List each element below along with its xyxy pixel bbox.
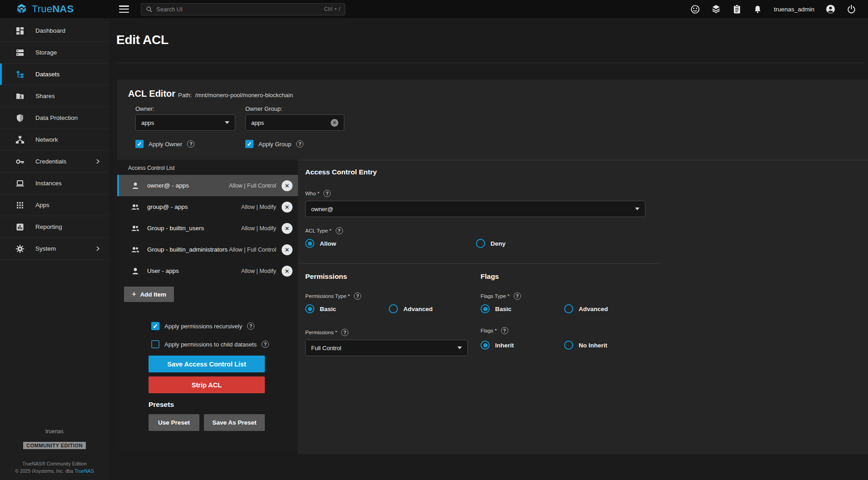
remove-ace-icon[interactable]: ×	[282, 223, 293, 234]
notifications-bell-icon[interactable]	[753, 5, 763, 14]
save-acl-button[interactable]: Save Access Control List	[149, 356, 265, 372]
brand-text: TrueNAS	[32, 3, 74, 15]
sidebar-item-storage[interactable]: Storage	[0, 42, 109, 64]
ace-summary: Allow | Full Control	[229, 183, 276, 189]
radio-label: Deny	[491, 240, 506, 247]
acl-list-item[interactable]: Group - builtin_administrators Allow | F…	[117, 239, 298, 260]
owner-label: Owner:	[135, 105, 154, 112]
permissions-type-advanced-radio[interactable]: Advanced	[389, 304, 433, 313]
acl-type-label-row: ACL Type * ?	[305, 227, 343, 234]
permissions-select[interactable]: Full Control	[305, 340, 468, 356]
owner-group-input[interactable]: apps ×	[245, 114, 344, 131]
apply-recursive-checkbox[interactable]: ✓	[151, 322, 159, 330]
path-value: /mnt/monero-pool/monero-blockchain	[195, 92, 293, 99]
add-item-button[interactable]: + Add Item	[124, 287, 174, 302]
jobs-stack-icon[interactable]	[711, 5, 721, 14]
sidebar-item-label: Instances	[35, 180, 62, 187]
use-preset-button[interactable]: Use Preset	[149, 414, 199, 431]
radio-label: Advanced	[403, 306, 433, 312]
remove-ace-icon[interactable]: ×	[282, 244, 293, 255]
remove-ace-icon[interactable]: ×	[282, 266, 293, 277]
strip-acl-button[interactable]: Strip ACL	[149, 376, 265, 393]
sidebar-item-instances[interactable]: Instances	[0, 173, 109, 194]
who-select[interactable]: owner@	[305, 201, 645, 217]
plus-icon: +	[132, 290, 137, 299]
key-icon	[15, 157, 25, 166]
sidebar-item-data-protection[interactable]: Data Protection	[0, 107, 109, 129]
person-icon	[131, 181, 140, 190]
flags-inherit-radio[interactable]: Inherit	[481, 341, 514, 350]
sidebar-item-shares[interactable]: Shares	[0, 85, 109, 107]
help-icon[interactable]: ?	[187, 140, 194, 148]
acl-type-deny-radio[interactable]: Deny	[476, 239, 506, 248]
sidebar-item-label: Credentials	[35, 158, 66, 165]
flags-type-basic-radio[interactable]: Basic	[481, 304, 511, 313]
apply-owner-checkbox[interactable]: ✓	[135, 140, 144, 148]
truenas-logo[interactable]: TrueNAS	[0, 3, 109, 15]
radio-icon	[389, 304, 398, 313]
acl-list-item[interactable]: owner@ - apps Allow | Full Control ×	[117, 175, 298, 196]
permissions-type-basic-radio[interactable]: Basic	[305, 304, 336, 313]
help-icon[interactable]: ?	[341, 329, 348, 336]
acl-list-item[interactable]: group@ - apps Allow | Modify ×	[117, 196, 298, 218]
owner-select[interactable]: apps	[135, 114, 235, 131]
menu-hamburger-icon[interactable]	[119, 5, 129, 13]
sidebar-item-reporting[interactable]: Reporting	[0, 216, 109, 238]
sidebar-item-dashboard[interactable]: Dashboard	[0, 20, 109, 42]
owner-value: apps	[141, 119, 154, 126]
help-icon[interactable]: ?	[247, 322, 254, 330]
feedback-smiley-icon[interactable]	[690, 5, 700, 14]
sidebar-item-credentials[interactable]: Credentials	[0, 151, 109, 173]
sidebar-footer: truenas COMMUNITY EDITION TrueNAS® Commu…	[0, 428, 109, 475]
acl-list-item[interactable]: User - apps Allow | Modify ×	[117, 260, 298, 282]
sidebar-item-label: Data Protection	[35, 114, 78, 121]
acl-type-allow-radio[interactable]: Allow	[305, 239, 336, 248]
hostname-label: truenas	[45, 428, 64, 435]
remove-ace-icon[interactable]: ×	[282, 180, 293, 191]
clear-icon[interactable]: ×	[331, 119, 338, 127]
apply-group-checkbox[interactable]: ✓	[245, 140, 253, 148]
apply-group-checkbox-row: ✓ Apply Group ?	[245, 140, 303, 148]
flags-no-inherit-radio[interactable]: No Inherit	[564, 341, 607, 350]
shield-icon	[15, 114, 25, 123]
sidebar-item-label: Shares	[35, 93, 55, 99]
radio-selected-icon	[481, 304, 490, 313]
search-box[interactable]: Ctrl + /	[141, 3, 345, 15]
sidebar-item-system[interactable]: System	[0, 238, 109, 260]
help-icon[interactable]: ?	[501, 327, 508, 334]
radio-label: Basic	[495, 306, 511, 312]
sidebar-item-apps[interactable]: Apps	[0, 194, 109, 216]
who-label: Who *	[305, 191, 319, 196]
chevron-down-icon	[225, 121, 229, 124]
help-icon[interactable]: ?	[323, 190, 331, 197]
help-icon[interactable]: ?	[336, 227, 343, 234]
footer-copyright-line: © 2025 iXsystems, Inc. dba TrueNAS	[15, 467, 94, 475]
apply-child-checkbox[interactable]	[151, 340, 159, 348]
radio-icon	[564, 304, 573, 313]
flags-type-advanced-radio[interactable]: Advanced	[564, 304, 608, 313]
search-input[interactable]	[156, 6, 320, 13]
sidebar-item-datasets[interactable]: Datasets	[0, 64, 109, 85]
user-avatar-icon[interactable]	[826, 5, 835, 14]
power-icon[interactable]	[847, 5, 856, 14]
people-icon	[131, 203, 140, 212]
save-as-preset-button[interactable]: Save As Preset	[204, 414, 265, 431]
help-icon[interactable]: ?	[514, 292, 521, 300]
sidebar-item-network[interactable]: Network	[0, 129, 109, 151]
permissions-value: Full Control	[311, 345, 341, 351]
radio-selected-icon	[305, 304, 314, 313]
sidebar-item-label: Datasets	[35, 71, 60, 78]
help-icon[interactable]: ?	[354, 292, 361, 300]
help-icon[interactable]: ?	[262, 341, 269, 348]
gear-icon	[15, 244, 25, 253]
chevron-right-icon	[95, 158, 101, 164]
acl-list-item[interactable]: Group - builtin_users Allow | Modify ×	[117, 218, 298, 239]
remove-ace-icon[interactable]: ×	[282, 202, 293, 213]
truenas-link[interactable]: TrueNAS	[74, 468, 94, 474]
radio-selected-icon	[305, 239, 314, 248]
sidebar-item-label: Storage	[35, 49, 57, 56]
help-icon[interactable]: ?	[296, 140, 303, 148]
checklist-icon[interactable]	[732, 5, 742, 14]
flags-label-row: Flags * ?	[481, 327, 508, 334]
radio-label: Inherit	[495, 342, 514, 349]
